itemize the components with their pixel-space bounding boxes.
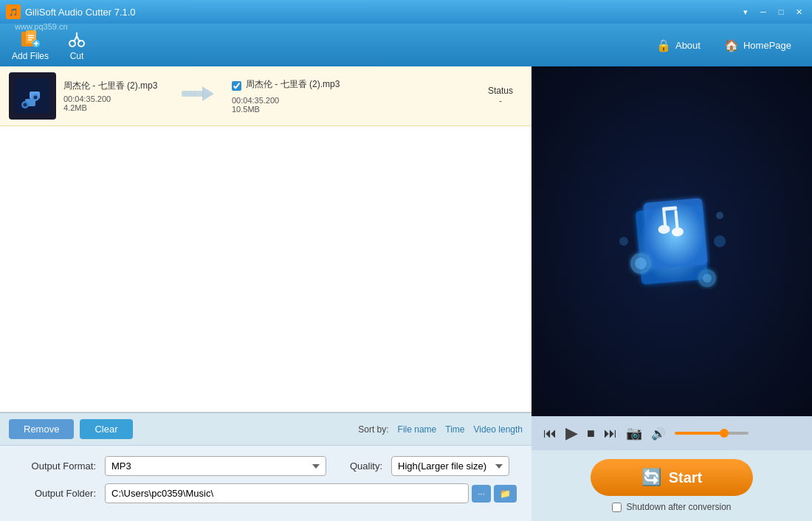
svg-marker-21 <box>202 86 214 101</box>
status-label: Status <box>478 86 523 96</box>
close-button[interactable]: ✕ <box>791 4 806 19</box>
wifi-icon: ▾ <box>738 4 753 19</box>
format-row: Output Format: MP3 AAC WAV FLAC OGG WMA … <box>15 456 517 476</box>
nav-bar: www.pq359.cn Add Files <box>0 24 812 66</box>
lock-icon: 🔒 <box>656 38 671 52</box>
sort-filename-link[interactable]: File name <box>398 424 437 435</box>
music-visual <box>598 168 746 315</box>
folder-input[interactable] <box>105 483 469 503</box>
nav-add-files[interactable]: Add Files <box>12 29 49 61</box>
source-file-info: 周杰伦 - 七里香 (2).mp3 00:04:35.200 4.2MB <box>63 80 167 112</box>
svg-point-19 <box>34 96 38 100</box>
output-file-info: 周杰伦 - 七里香 (2).mp3 00:04:35.200 10.5MB <box>232 78 379 114</box>
quality-select[interactable]: High(Larger file size) Medium Low(Smalle… <box>391 456 509 476</box>
player-controls: ⏮ ▶ ■ ⏭ 📷 🔊 <box>531 416 812 450</box>
format-label: Output Format: <box>15 460 96 472</box>
volume-icon: 🔊 <box>651 427 666 441</box>
svg-point-39 <box>716 212 723 219</box>
title-bar-left: 🎵 GiliSoft Audio Cutter 7.1.0 <box>6 4 136 19</box>
svg-point-34 <box>635 258 647 269</box>
remove-button[interactable]: Remove <box>9 419 74 439</box>
bottom-controls: Remove Clear Sort by: File name Time Vid… <box>0 413 531 445</box>
right-panel: ⏮ ▶ ■ ⏭ 📷 🔊 🔄 Start Shutdown after conve… <box>531 66 812 521</box>
open-folder-button[interactable]: 📁 <box>494 485 517 503</box>
output-checkbox-row: 周杰伦 - 七里香 (2).mp3 <box>232 78 379 93</box>
svg-line-11 <box>77 36 80 42</box>
status-column: Status - <box>478 86 523 106</box>
quality-label: Quality: <box>350 460 382 472</box>
cut-icon <box>66 29 87 49</box>
svg-point-38 <box>619 237 628 246</box>
shutdown-row: Shutdown after conversion <box>612 502 731 512</box>
clear-button[interactable]: Clear <box>80 419 132 439</box>
preview-area <box>531 66 812 416</box>
shutdown-checkbox[interactable] <box>612 503 622 512</box>
output-file-name: 周杰伦 - 七里香 (2).mp3 <box>246 78 340 91</box>
add-files-icon <box>20 29 41 49</box>
about-button[interactable]: 🔒 About <box>647 34 709 57</box>
stop-button[interactable]: ■ <box>587 426 595 441</box>
file-list-area: 周杰伦 - 七里香 (2).mp3 00:04:35.200 4.2MB <box>0 66 531 413</box>
output-file-size: 10.5MB <box>232 105 379 114</box>
add-files-label: Add Files <box>12 51 49 61</box>
output-checkbox[interactable] <box>232 81 241 91</box>
source-file-size: 4.2MB <box>63 103 167 112</box>
source-file-name: 周杰伦 - 七里香 (2).mp3 <box>63 80 167 92</box>
svg-line-10 <box>74 36 77 42</box>
shutdown-label: Shutdown after conversion <box>626 502 731 512</box>
status-value: - <box>478 96 523 106</box>
output-file-duration: 00:04:35.200 <box>232 96 379 105</box>
sort-section: Sort by: File name Time Video length <box>358 424 523 435</box>
sort-video-length-link[interactable]: Video length <box>473 424 523 435</box>
left-panel: 周杰伦 - 七里香 (2).mp3 00:04:35.200 4.2MB <box>0 66 531 521</box>
start-section: 🔄 Start Shutdown after conversion <box>531 450 812 521</box>
start-label: Start <box>669 469 703 486</box>
skip-back-button[interactable]: ⏮ <box>543 426 557 441</box>
homepage-label: HomePage <box>743 40 791 51</box>
svg-rect-24 <box>193 92 196 96</box>
play-button[interactable]: ▶ <box>565 424 578 443</box>
homepage-button[interactable]: 🏠 HomePage <box>715 34 800 57</box>
svg-rect-23 <box>189 92 192 96</box>
volume-slider[interactable] <box>675 432 749 435</box>
convert-arrow-icon <box>182 82 217 110</box>
app-title: GiliSoft Audio Cutter 7.1.0 <box>25 7 136 18</box>
main-container: 周杰伦 - 七里香 (2).mp3 00:04:35.200 4.2MB <box>0 66 812 521</box>
svg-rect-22 <box>185 92 187 96</box>
folder-label: Output Folder: <box>15 488 96 499</box>
start-icon: 🔄 <box>641 468 661 487</box>
browse-button[interactable]: ··· <box>472 485 491 503</box>
start-button[interactable]: 🔄 Start <box>591 459 753 496</box>
about-label: About <box>675 40 701 51</box>
folder-input-wrapper: ··· 📁 <box>105 483 517 503</box>
nav-cut[interactable]: Cut <box>66 29 87 61</box>
screenshot-icon[interactable]: 📷 <box>626 425 642 441</box>
app-icon: 🎵 <box>6 4 21 19</box>
title-bar: 🎵 GiliSoft Audio Cutter 7.1.0 ▾ ─ □ ✕ <box>0 0 812 24</box>
source-file-duration: 00:04:35.200 <box>63 94 167 103</box>
folder-row: Output Folder: ··· 📁 <box>15 483 517 503</box>
sort-time-link[interactable]: Time <box>445 424 464 435</box>
nav-left: Add Files Cut <box>12 29 87 61</box>
nav-right: 🔒 About 🏠 HomePage <box>647 34 800 57</box>
home-icon: 🏠 <box>724 38 739 52</box>
maximize-button[interactable]: □ <box>774 4 788 19</box>
sort-by-label: Sort by: <box>358 424 388 435</box>
title-bar-controls: ▾ ─ □ ✕ <box>738 4 806 19</box>
format-select[interactable]: MP3 AAC WAV FLAC OGG WMA <box>105 456 326 476</box>
cut-label: Cut <box>70 51 84 61</box>
svg-point-36 <box>703 274 712 283</box>
minimize-button[interactable]: ─ <box>756 4 771 19</box>
svg-point-37 <box>714 235 726 247</box>
svg-point-18 <box>24 103 27 107</box>
file-thumbnail <box>9 72 56 120</box>
output-section: Output Format: MP3 AAC WAV FLAC OGG WMA … <box>0 445 531 521</box>
skip-forward-button[interactable]: ⏭ <box>604 426 617 441</box>
table-row: 周杰伦 - 七里香 (2).mp3 00:04:35.200 4.2MB <box>0 66 531 126</box>
